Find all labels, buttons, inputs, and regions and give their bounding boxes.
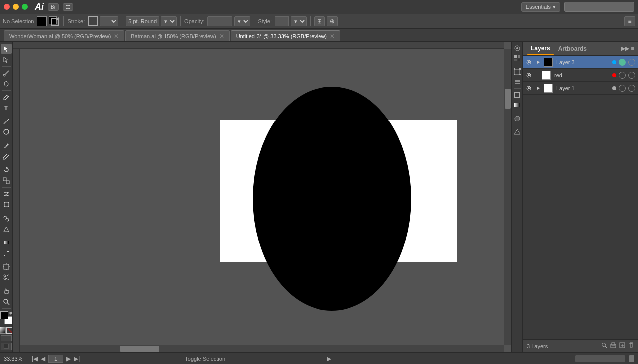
tab-wonderwoman[interactable]: WonderWoman.ai @ 50% (RGB/Preview) ✕	[4, 30, 124, 41]
search-layers-btn[interactable]	[601, 342, 607, 350]
horizontal-scrollbar-thumb[interactable]	[120, 346, 160, 352]
ellipse-tool[interactable]	[1, 127, 12, 137]
magic-wand-tool[interactable]	[1, 68, 12, 78]
layer3-expand[interactable]	[534, 58, 542, 66]
red-expand[interactable]	[534, 71, 540, 79]
panel-toggle-button[interactable]: ≡	[624, 16, 635, 26]
free-transform-tool[interactable]	[1, 200, 12, 210]
paintbrush-tool[interactable]	[1, 141, 12, 151]
direct-selection-tool[interactable]	[1, 54, 12, 64]
tab-layers[interactable]: Layers	[527, 43, 554, 55]
style-swatch[interactable]	[275, 16, 289, 26]
layer3-target[interactable]	[619, 59, 626, 66]
align-btn[interactable]	[513, 77, 522, 86]
type-tool[interactable]: T	[1, 103, 12, 113]
none-color-button[interactable]: |	[6, 327, 13, 334]
canvas-area[interactable]	[13, 42, 511, 352]
eyedropper-tool[interactable]	[1, 248, 12, 258]
graphic-styles-btn[interactable]	[513, 114, 522, 123]
size-button[interactable]: 5 pt. Round	[126, 16, 159, 26]
essentials-button[interactable]: Essentials ▾	[521, 2, 560, 12]
view-button[interactable]: ☷	[63, 3, 73, 11]
tab-batman[interactable]: Batman.ai @ 150% (RGB/Preview) ✕	[125, 30, 229, 41]
stroke-weight-select[interactable]: —	[100, 16, 118, 26]
pen-tool[interactable]	[1, 92, 12, 102]
add-layer-btn[interactable]	[610, 342, 616, 350]
layer-item-layer3[interactable]: Layer 3	[523, 56, 638, 69]
nav-first-btn[interactable]: |◀	[32, 355, 38, 362]
pencil-tool[interactable]	[1, 151, 12, 161]
size-select[interactable]: ▾	[161, 16, 177, 26]
layer1-circle[interactable]	[628, 85, 635, 92]
new-layer-btn[interactable]	[619, 342, 625, 350]
vertical-scrollbar-thumb[interactable]	[505, 89, 511, 109]
horizontal-scrollbar[interactable]	[20, 345, 504, 352]
color-mode-button[interactable]	[0, 327, 6, 334]
color-picker-btn[interactable]	[513, 44, 522, 53]
style-select[interactable]: ▾	[291, 16, 307, 26]
drawing-mode-button[interactable]	[1, 335, 12, 341]
status-bar-scroll[interactable]	[575, 355, 625, 362]
tab-untitled[interactable]: Untitled-3* @ 33.33% (RGB/Preview) ✕	[231, 30, 340, 41]
svg-rect-40	[514, 74, 515, 75]
nav-last-btn[interactable]: ▶|	[74, 355, 80, 362]
tab-artboards[interactable]: Artboards	[554, 43, 591, 54]
layer-item-red[interactable]: red	[523, 69, 638, 82]
layer1-expand[interactable]	[534, 84, 542, 92]
panel-menu-button[interactable]: ▶▶ ≡	[621, 45, 634, 52]
options-button[interactable]: ⊕	[327, 16, 338, 26]
bridge-button[interactable]: Br	[48, 3, 59, 11]
delete-layer-btn[interactable]	[628, 342, 634, 350]
rotate-tool[interactable]	[1, 165, 12, 175]
vertical-scrollbar[interactable]	[504, 49, 511, 345]
hand-tool[interactable]	[1, 286, 12, 296]
status-bar-scroll-thumb[interactable]	[629, 355, 634, 362]
tab-close-untitled[interactable]: ✕	[330, 33, 335, 40]
maximize-button[interactable]	[22, 4, 28, 10]
fill-swatch[interactable]	[37, 16, 47, 26]
scale-tool[interactable]	[1, 176, 12, 186]
transform-btn[interactable]	[513, 67, 522, 76]
nav-prev-btn[interactable]: ◀	[41, 355, 45, 362]
toggle-arrow-btn[interactable]: ▶	[327, 355, 331, 362]
zoom-tool[interactable]	[1, 297, 12, 307]
right-panels: Layers Artboards ▶▶ ≡ Layer 3	[522, 42, 638, 352]
red-target[interactable]	[619, 72, 626, 79]
line-tool[interactable]	[1, 117, 12, 126]
layer1-target[interactable]	[619, 85, 626, 92]
stroke-panel-btn[interactable]	[513, 91, 522, 100]
stroke-swatch[interactable]	[88, 16, 98, 26]
layer1-visibility[interactable]	[525, 84, 533, 92]
artboard-tool[interactable]	[1, 262, 12, 272]
layer3-circle[interactable]	[628, 59, 635, 66]
minimize-button[interactable]	[13, 4, 19, 10]
foreground-color[interactable]	[0, 311, 8, 319]
symbol-panel-btn[interactable]	[513, 127, 522, 136]
opacity-input[interactable]: 100%	[207, 16, 232, 26]
tab-close-wonderwoman[interactable]: ✕	[114, 33, 119, 40]
opacity-select[interactable]: ▾	[234, 16, 250, 26]
warp-tool[interactable]	[1, 189, 12, 199]
swap-colors-button[interactable]: ⇄	[9, 310, 13, 315]
arrange-button[interactable]: ⊞	[314, 16, 325, 26]
close-button[interactable]	[4, 4, 10, 10]
layer3-visibility[interactable]	[525, 58, 533, 66]
search-input[interactable]	[564, 2, 634, 12]
svg-rect-39	[519, 68, 521, 70]
layer-item-layer1[interactable]: Layer 1	[523, 82, 638, 95]
lasso-tool[interactable]	[1, 79, 12, 89]
fill-indicator[interactable]: ⇄	[49, 16, 60, 26]
swatches-btn[interactable]	[513, 54, 522, 63]
gradient-panel-btn[interactable]	[513, 101, 522, 110]
red-circle[interactable]	[628, 72, 635, 79]
perspective-tool[interactable]	[1, 224, 12, 234]
scissors-tool[interactable]	[1, 272, 12, 282]
gradient-tool[interactable]	[1, 238, 12, 247]
screen-mode-button[interactable]	[1, 343, 12, 350]
selection-tool[interactable]	[1, 44, 12, 54]
tab-close-batman[interactable]: ✕	[219, 33, 224, 40]
page-input[interactable]: 1	[48, 355, 63, 363]
shape-builder-tool[interactable]	[1, 213, 12, 223]
nav-next-btn[interactable]: ▶	[66, 355, 71, 362]
red-visibility[interactable]	[525, 71, 533, 79]
